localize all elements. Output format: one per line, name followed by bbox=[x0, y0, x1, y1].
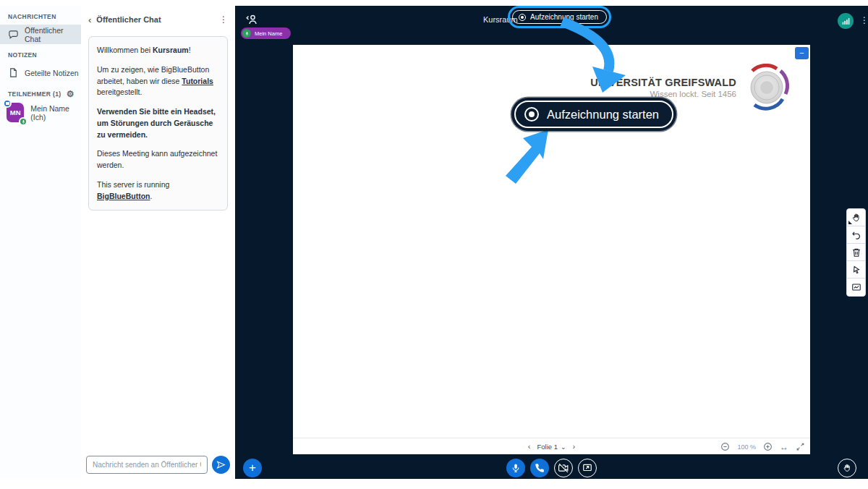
phone-icon bbox=[535, 463, 545, 473]
participant-row[interactable]: MN Mein Name (Ich) bbox=[0, 103, 81, 122]
gear-icon[interactable]: ⚙ bbox=[67, 90, 75, 98]
whiteboard-tools-panel bbox=[846, 208, 866, 297]
chat-message-input[interactable] bbox=[86, 456, 208, 474]
public-chat-panel: ‹ Öffentlicher Chat ⋮ Willkommen bei Kur… bbox=[81, 6, 235, 479]
start-recording-button[interactable]: Aufzeichnung starten bbox=[512, 10, 607, 24]
tool-options-corner bbox=[848, 221, 852, 224]
zoom-controls: 100 % ↔ bbox=[720, 438, 805, 455]
trash-icon bbox=[851, 247, 861, 258]
cursor-icon bbox=[851, 265, 861, 275]
sidebar-item-label: Öffentlicher Chat bbox=[25, 26, 81, 43]
hand-tool-icon bbox=[851, 213, 861, 223]
presenter-badge-icon bbox=[3, 99, 12, 108]
slide-select-dropdown[interactable]: Folie 1 ⌄ bbox=[537, 443, 566, 451]
unmuted-mic-badge-icon bbox=[19, 117, 27, 126]
welcome-server-line: This server is running BigBlueButton. bbox=[97, 179, 219, 203]
record-icon bbox=[519, 14, 526, 21]
participants-header-row: TEILNEHMER (1) ⚙ bbox=[8, 90, 81, 98]
raise-hand-icon bbox=[842, 463, 852, 473]
userlist-sidebar: NACHRICHTEN Öffentlicher Chat NOTIZEN Ge… bbox=[0, 6, 81, 479]
zoom-value: 100 % bbox=[737, 443, 756, 451]
hand-tool-button[interactable] bbox=[847, 209, 865, 226]
send-message-button[interactable] bbox=[212, 456, 230, 474]
avatar-initials: MN bbox=[10, 109, 21, 116]
options-kebab-icon[interactable]: ⋮ bbox=[860, 15, 868, 25]
share-screen-button[interactable] bbox=[578, 459, 597, 477]
leave-audio-button[interactable] bbox=[530, 459, 549, 477]
logo-title: UNIVERSITÄT GREIFSWALD bbox=[590, 77, 736, 88]
welcome-tutorials-line: Um zu zeigen, wie BigBlueButton arbeitet… bbox=[97, 64, 219, 98]
actions-plus-button[interactable]: + bbox=[243, 459, 262, 477]
welcome-headset-line: Verwenden Sie bitte ein Headset, um Stör… bbox=[97, 106, 219, 140]
messages-header: NACHRICHTEN bbox=[8, 13, 81, 20]
raise-hand-button[interactable] bbox=[838, 459, 856, 477]
zoom-in-icon[interactable] bbox=[763, 442, 773, 451]
notes-header: NOTIZEN bbox=[8, 51, 81, 59]
snapshot-chart-button[interactable] bbox=[847, 278, 865, 296]
share-webcam-button[interactable] bbox=[554, 459, 573, 477]
recording-tooltip-annotation: Aufzeichnung starten bbox=[511, 98, 676, 131]
university-seal-icon bbox=[743, 64, 791, 111]
presentation-toolbar: ‹ Folie 1 ⌄ › 100 % ↔ bbox=[293, 438, 810, 454]
chat-header: ‹ Öffentlicher Chat ⋮ bbox=[81, 10, 235, 29]
bigbluebutton-app: NACHRICHTEN Öffentlicher Chat NOTIZEN Ge… bbox=[0, 0, 868, 489]
welcome-record-line: Dieses Meeting kann aufgezeichnet werden… bbox=[97, 148, 219, 171]
undo-icon bbox=[851, 230, 861, 240]
chat-bubble-icon bbox=[8, 29, 19, 40]
fit-width-icon[interactable]: ↔ bbox=[780, 443, 788, 451]
fullscreen-icon[interactable] bbox=[796, 442, 805, 451]
chat-input-row bbox=[86, 456, 230, 474]
chat-collapse-icon[interactable]: ‹ bbox=[88, 15, 91, 25]
sidebar-item-shared-notes[interactable]: Geteilte Notizen bbox=[0, 63, 81, 82]
welcome-message-card: Willkommen bei Kursraum! Um zu zeigen, w… bbox=[88, 36, 228, 211]
chat-title: Öffentlicher Chat bbox=[96, 15, 219, 24]
mic-on-icon bbox=[242, 29, 251, 38]
app-area: NACHRICHTEN Öffentlicher Chat NOTIZEN Ge… bbox=[0, 6, 868, 479]
bigbluebutton-link[interactable]: BigBlueButton bbox=[97, 192, 150, 200]
chart-box-icon bbox=[851, 282, 861, 292]
record-button-label: Aufzeichnung starten bbox=[530, 13, 598, 21]
previous-slide-icon[interactable]: ‹ bbox=[528, 443, 531, 451]
slide-label: Folie 1 bbox=[537, 443, 558, 451]
undo-button[interactable] bbox=[847, 226, 865, 244]
multiuser-whiteboard-button[interactable] bbox=[847, 261, 865, 278]
minimize-presentation-button[interactable]: − bbox=[795, 47, 809, 59]
main-stage: Kursraum Aufzeichnung starten ⋮ Mein Nam… bbox=[235, 6, 868, 479]
welcome-title: Willkommen bei Kursraum! bbox=[97, 45, 219, 56]
send-plane-icon bbox=[216, 460, 226, 469]
delete-annotations-button[interactable] bbox=[847, 244, 865, 261]
connection-status-button[interactable] bbox=[838, 13, 854, 29]
microphone-icon bbox=[511, 463, 521, 473]
chevron-down-icon: ⌄ bbox=[561, 443, 566, 451]
next-slide-icon[interactable]: › bbox=[573, 443, 576, 451]
webcam-off-icon bbox=[558, 463, 569, 473]
sidebar-item-label: Geteilte Notizen bbox=[25, 69, 79, 77]
toggle-userlist-icon[interactable] bbox=[244, 13, 259, 26]
talking-indicator-pill[interactable]: Mein Name bbox=[241, 27, 291, 39]
chat-options-kebab-icon[interactable]: ⋮ bbox=[219, 15, 228, 24]
mute-microphone-button[interactable] bbox=[506, 459, 525, 477]
signal-bars-icon bbox=[841, 17, 851, 26]
record-icon-large bbox=[524, 107, 539, 122]
slide-navigation: ‹ Folie 1 ⌄ › bbox=[528, 438, 575, 455]
tutorials-link[interactable]: Tutorials bbox=[182, 77, 213, 85]
sidebar-item-public-chat[interactable]: Öffentlicher Chat bbox=[0, 25, 81, 44]
record-button-wrap: Aufzeichnung starten bbox=[512, 10, 607, 24]
participants-header: TEILNEHMER (1) bbox=[8, 90, 61, 98]
talking-user-name: Mein Name bbox=[255, 30, 282, 37]
zoom-out-icon[interactable] bbox=[720, 442, 730, 451]
participant-name: Mein Name (Ich) bbox=[30, 104, 81, 122]
avatar: MN bbox=[7, 103, 24, 122]
screenshare-icon bbox=[582, 463, 592, 473]
tooltip-label: Aufzeichnung starten bbox=[547, 108, 659, 122]
notes-icon bbox=[8, 67, 19, 78]
